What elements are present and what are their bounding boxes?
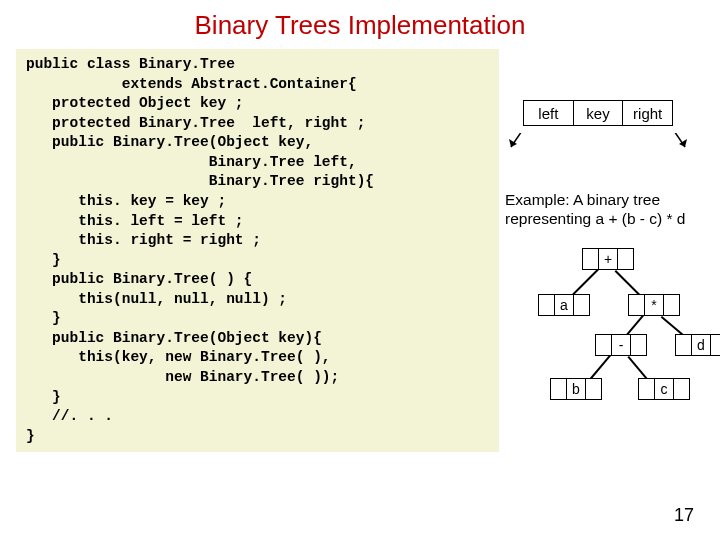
node-cell-key: key [574, 100, 624, 126]
slide-title: Binary Trees Implementation [0, 0, 720, 41]
node-cell-right: right [623, 100, 673, 126]
tree-node-minus: - [595, 334, 647, 356]
tree-node-b: b [550, 378, 602, 400]
tree-node-star: * [628, 294, 680, 316]
tree-node-a: a [538, 294, 590, 316]
page-number: 17 [674, 505, 694, 526]
arrow-right-icon [670, 133, 690, 153]
expression-tree: + a * - d b c [490, 248, 715, 448]
code-block: public class Binary.Tree extends Abstrac… [16, 49, 499, 452]
arrow-left-icon [506, 133, 526, 153]
example-caption: Example: A binary tree representing a + … [505, 190, 715, 229]
node-struct-diagram: left key right [523, 100, 673, 126]
tree-node-d: d [675, 334, 720, 356]
tree-node-plus: + [582, 248, 634, 270]
tree-node-c: c [638, 378, 690, 400]
node-cell-left: left [523, 100, 574, 126]
